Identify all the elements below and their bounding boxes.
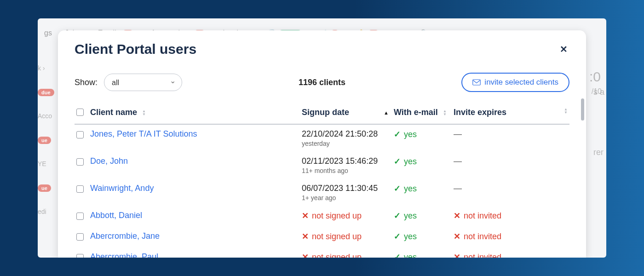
- column-header-invite-expires[interactable]: Invite expires ▲▼: [452, 102, 569, 124]
- invite-expires-value: —: [454, 129, 462, 138]
- bg-nav-item: gs: [44, 29, 52, 37]
- x-icon: ✕: [454, 232, 460, 241]
- column-header-with-email[interactable]: With e-mail ▲▼: [392, 102, 452, 124]
- with-email-value: ✓ yes: [394, 211, 417, 220]
- row-checkbox[interactable]: [76, 158, 84, 166]
- close-button[interactable]: ✕: [558, 43, 569, 56]
- scrollbar-thumb[interactable]: [581, 98, 584, 121]
- show-filter-label: Show:: [75, 78, 98, 87]
- check-icon: ✓: [394, 211, 401, 220]
- table-row: Abbott, Daniel✕ not signed up✓ yes✕ not …: [75, 206, 569, 227]
- sort-icon: ▲▼: [142, 109, 146, 116]
- x-icon: ✕: [302, 232, 309, 241]
- client-name-link[interactable]: Jones, Peter T/A IT Solutions: [90, 129, 197, 138]
- not-invited: ✕ not invited: [454, 253, 501, 258]
- column-header-signup-date[interactable]: Signup date ▲: [300, 102, 392, 124]
- client-name-link[interactable]: Wainwright, Andy: [90, 184, 154, 193]
- table-row: Abercrombie, Jane✕ not signed up✓ yes✕ n…: [75, 227, 569, 247]
- check-icon: ✓: [394, 253, 401, 258]
- bg-right-fragments: s a rer: [593, 87, 604, 208]
- not-invited: ✕ not invited: [454, 232, 501, 241]
- table-row: Wainwright, Andy06/07/2023 11:30:451+ ye…: [75, 179, 569, 206]
- table-row: Jones, Peter T/A IT Solutions22/10/2024 …: [75, 124, 569, 152]
- with-email-value: ✓ yes: [394, 253, 417, 258]
- not-invited: ✕ not invited: [454, 211, 501, 220]
- invite-expires-value: —: [454, 156, 462, 166]
- check-icon: ✓: [394, 130, 401, 139]
- invite-selected-clients-button[interactable]: invite selected clients: [461, 73, 569, 92]
- client-name-link[interactable]: Abercrombie, Jane: [90, 231, 160, 241]
- modal-title: Client Portal users: [75, 41, 196, 57]
- signup-timestamp: 06/07/2023 11:30:45: [302, 184, 390, 193]
- with-email-value: ✓ yes: [394, 184, 417, 193]
- x-icon: ✕: [302, 253, 309, 258]
- table-row: Abercrombie, Paul✕ not signed up✓ yes✕ n…: [75, 247, 569, 258]
- check-icon: ✓: [394, 232, 401, 241]
- bg-left-fragments: k › due Acco ue YE ue edi: [38, 64, 52, 232]
- sort-icon: ▲▼: [564, 108, 568, 114]
- table-row: Doe, John02/11/2023 15:46:2911+ months a…: [75, 152, 569, 179]
- with-email-value: ✓ yes: [394, 232, 417, 241]
- with-email-value: ✓ yes: [394, 130, 417, 139]
- signup-timestamp: 02/11/2023 15:46:29: [302, 156, 390, 166]
- signup-relative: 11+ months ago: [302, 167, 390, 174]
- bg-clock-fragment: :0: [589, 69, 601, 85]
- select-all-checkbox[interactable]: [76, 109, 84, 116]
- svg-rect-0: [473, 80, 481, 85]
- sort-icon: ▲: [384, 111, 389, 115]
- not-signed-up: ✕ not signed up: [302, 211, 362, 220]
- clients-table: Client name ▲▼ Signup date ▲ With e-mail…: [75, 102, 569, 258]
- check-icon: ✓: [394, 157, 401, 166]
- close-icon: ✕: [560, 44, 568, 54]
- client-portal-users-modal: Client Portal users ✕ Show: all 1196 cli…: [58, 30, 586, 258]
- sort-icon: ▲▼: [443, 109, 447, 116]
- x-icon: ✕: [302, 211, 309, 220]
- not-signed-up: ✕ not signed up: [302, 253, 362, 258]
- x-icon: ✕: [454, 211, 460, 220]
- row-checkbox[interactable]: [76, 131, 84, 138]
- signup-relative: yesterday: [302, 140, 390, 147]
- client-name-link[interactable]: Doe, John: [90, 156, 128, 166]
- client-name-link[interactable]: Abbott, Daniel: [90, 211, 142, 220]
- invite-expires-value: —: [454, 184, 462, 193]
- client-count: 1196 clients: [299, 78, 345, 87]
- envelope-icon: [472, 79, 481, 86]
- signup-relative: 1+ year ago: [302, 194, 390, 201]
- row-checkbox[interactable]: [76, 213, 84, 220]
- client-name-link[interactable]: Abercrombie, Paul: [90, 252, 158, 258]
- with-email-value: ✓ yes: [394, 157, 417, 166]
- row-checkbox[interactable]: [76, 185, 84, 193]
- x-icon: ✕: [454, 253, 460, 258]
- show-filter-select[interactable]: all: [104, 74, 182, 91]
- not-signed-up: ✕ not signed up: [302, 232, 362, 241]
- row-checkbox[interactable]: [76, 233, 84, 241]
- signup-timestamp: 22/10/2024 21:50:28: [302, 129, 390, 139]
- check-icon: ✓: [394, 184, 401, 193]
- row-checkbox[interactable]: [76, 254, 84, 258]
- column-header-client-name[interactable]: Client name ▲▼: [88, 102, 300, 124]
